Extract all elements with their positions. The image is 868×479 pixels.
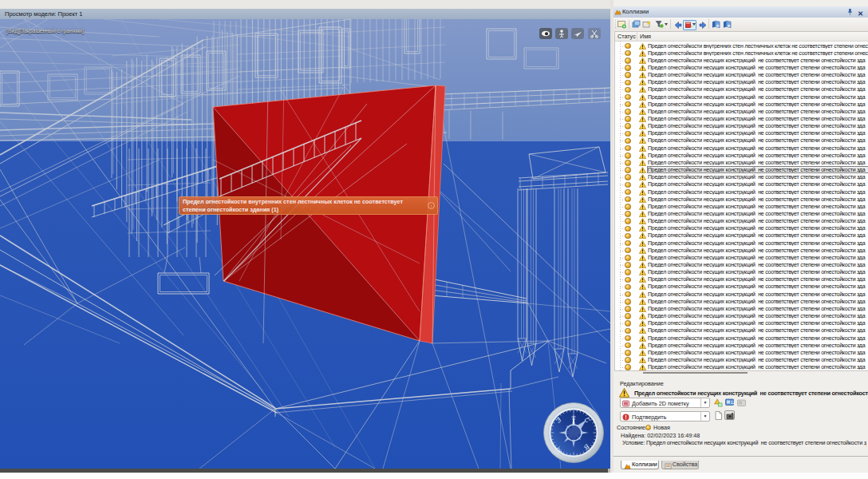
svg-text:12: 12 <box>731 400 734 405</box>
